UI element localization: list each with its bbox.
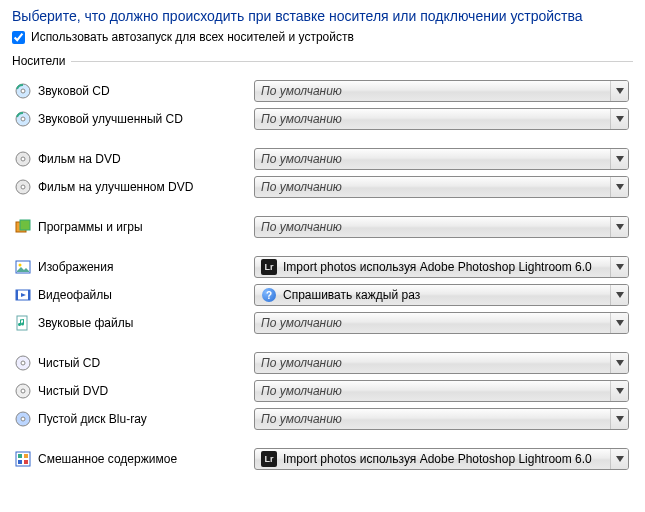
svg-rect-25 bbox=[18, 460, 22, 464]
svg-point-11 bbox=[19, 264, 22, 267]
svg-rect-24 bbox=[24, 454, 28, 458]
combobox-value: По умолчанию bbox=[261, 384, 610, 398]
media-label: Фильм на улучшенном DVD bbox=[34, 180, 254, 194]
media-row: Пустой диск Blu-ray По умолчанию bbox=[12, 406, 633, 432]
media-row: Звуковые файлы По умолчанию bbox=[12, 310, 633, 336]
group-title-text: Носители bbox=[12, 54, 65, 68]
help-icon: ? bbox=[261, 287, 277, 303]
combobox-value: Import photos используя Adobe Photoshop … bbox=[283, 452, 610, 466]
dvd-icon bbox=[12, 179, 34, 195]
lightroom-icon: Lr bbox=[261, 259, 277, 275]
chevron-down-icon[interactable] bbox=[610, 109, 628, 129]
media-row: Фильм на улучшенном DVD По умолчанию bbox=[12, 174, 633, 200]
svg-point-1 bbox=[21, 89, 25, 93]
svg-point-21 bbox=[21, 417, 25, 421]
media-label: Чистый DVD bbox=[34, 384, 254, 398]
audio-cd-icon bbox=[12, 83, 34, 99]
page-title: Выберите, что должно происходить при вст… bbox=[12, 8, 633, 24]
music-file-icon bbox=[12, 315, 34, 331]
action-combobox[interactable]: По умолчанию bbox=[254, 148, 629, 170]
combobox-value: По умолчанию bbox=[261, 84, 610, 98]
svg-rect-23 bbox=[18, 454, 22, 458]
chevron-down-icon[interactable] bbox=[610, 381, 628, 401]
video-icon bbox=[12, 287, 34, 303]
combobox-value: По умолчанию bbox=[261, 112, 610, 126]
media-label: Звуковые файлы bbox=[34, 316, 254, 330]
chevron-down-icon[interactable] bbox=[610, 409, 628, 429]
autoplay-checkbox-row: Использовать автозапуск для всех носител… bbox=[12, 30, 633, 44]
chevron-down-icon[interactable] bbox=[610, 285, 628, 305]
pictures-icon bbox=[12, 259, 34, 275]
chevron-down-icon[interactable] bbox=[610, 177, 628, 197]
bluray-icon bbox=[12, 411, 34, 427]
combobox-value: По умолчанию bbox=[261, 180, 610, 194]
chevron-down-icon[interactable] bbox=[610, 149, 628, 169]
media-row: Изображения Lr Import photos используя A… bbox=[12, 254, 633, 280]
combobox-value: По умолчанию bbox=[261, 316, 610, 330]
svg-rect-14 bbox=[28, 290, 30, 300]
media-label: Звуковой CD bbox=[34, 84, 254, 98]
svg-rect-26 bbox=[24, 460, 28, 464]
svg-rect-9 bbox=[20, 220, 30, 230]
combobox-value: По умолчанию bbox=[261, 412, 610, 426]
action-combobox[interactable]: По умолчанию bbox=[254, 352, 629, 374]
svg-point-19 bbox=[21, 389, 25, 393]
media-row: Видеофайлы ? Спрашивать каждый раз bbox=[12, 282, 633, 308]
svg-point-3 bbox=[21, 117, 25, 121]
media-row: Звуковой улучшенный CD По умолчанию bbox=[12, 106, 633, 132]
combobox-value: Спрашивать каждый раз bbox=[283, 288, 610, 302]
blank-cd-icon bbox=[12, 355, 34, 371]
svg-point-5 bbox=[21, 157, 25, 161]
action-combobox[interactable]: Lr Import photos используя Adobe Photosh… bbox=[254, 448, 629, 470]
autoplay-checkbox[interactable] bbox=[12, 31, 25, 44]
mixed-icon bbox=[12, 451, 34, 467]
blank-dvd-icon bbox=[12, 383, 34, 399]
combobox-value: По умолчанию bbox=[261, 356, 610, 370]
combobox-value: Import photos используя Adobe Photoshop … bbox=[283, 260, 610, 274]
divider bbox=[71, 61, 633, 62]
combobox-value: По умолчанию bbox=[261, 152, 610, 166]
chevron-down-icon[interactable] bbox=[610, 257, 628, 277]
software-icon bbox=[12, 219, 34, 235]
action-combobox[interactable]: По умолчанию bbox=[254, 380, 629, 402]
media-label: Программы и игры bbox=[34, 220, 254, 234]
chevron-down-icon[interactable] bbox=[610, 217, 628, 237]
media-label: Видеофайлы bbox=[34, 288, 254, 302]
svg-point-17 bbox=[21, 361, 25, 365]
media-label: Изображения bbox=[34, 260, 254, 274]
media-label: Смешанное содержимое bbox=[34, 452, 254, 466]
svg-point-7 bbox=[21, 185, 25, 189]
dvd-icon bbox=[12, 151, 34, 167]
action-combobox[interactable]: По умолчанию bbox=[254, 80, 629, 102]
media-label: Звуковой улучшенный CD bbox=[34, 112, 254, 126]
autoplay-checkbox-label[interactable]: Использовать автозапуск для всех носител… bbox=[31, 30, 354, 44]
action-combobox[interactable]: По умолчанию bbox=[254, 108, 629, 130]
group-title-media: Носители bbox=[12, 54, 633, 68]
media-row: Смешанное содержимое Lr Import photos ис… bbox=[12, 446, 633, 472]
svg-rect-13 bbox=[16, 290, 18, 300]
action-combobox[interactable]: По умолчанию bbox=[254, 216, 629, 238]
action-combobox[interactable]: По умолчанию bbox=[254, 408, 629, 430]
action-combobox[interactable]: По умолчанию bbox=[254, 176, 629, 198]
media-row: Чистый CD По умолчанию bbox=[12, 350, 633, 376]
media-row: Программы и игры По умолчанию bbox=[12, 214, 633, 240]
chevron-down-icon[interactable] bbox=[610, 449, 628, 469]
media-label: Пустой диск Blu-ray bbox=[34, 412, 254, 426]
lightroom-icon: Lr bbox=[261, 451, 277, 467]
audio-cd-icon bbox=[12, 111, 34, 127]
media-row: Звуковой CD По умолчанию bbox=[12, 78, 633, 104]
combobox-value: По умолчанию bbox=[261, 220, 610, 234]
media-label: Фильм на DVD bbox=[34, 152, 254, 166]
action-combobox[interactable]: По умолчанию bbox=[254, 312, 629, 334]
chevron-down-icon[interactable] bbox=[610, 81, 628, 101]
chevron-down-icon[interactable] bbox=[610, 313, 628, 333]
action-combobox[interactable]: ? Спрашивать каждый раз bbox=[254, 284, 629, 306]
media-row: Фильм на DVD По умолчанию bbox=[12, 146, 633, 172]
chevron-down-icon[interactable] bbox=[610, 353, 628, 373]
media-row: Чистый DVD По умолчанию bbox=[12, 378, 633, 404]
media-label: Чистый CD bbox=[34, 356, 254, 370]
action-combobox[interactable]: Lr Import photos используя Adobe Photosh… bbox=[254, 256, 629, 278]
